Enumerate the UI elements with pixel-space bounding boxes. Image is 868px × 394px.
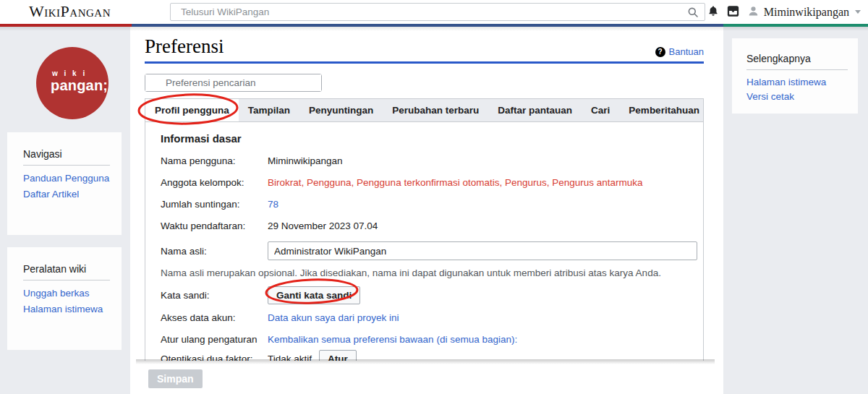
bell-icon[interactable] bbox=[707, 5, 719, 19]
row-anggota-kelompok: Anggota kelompok: Birokrat, Pengguna, Pe… bbox=[161, 176, 703, 189]
panel-bottom-shadow bbox=[136, 359, 715, 364]
notices-tray-icon[interactable] bbox=[727, 5, 739, 20]
registration-value: 29 November 2023 07.04 bbox=[268, 220, 378, 231]
tab-tampilan[interactable]: Tampilan bbox=[239, 99, 299, 121]
section-heading: Informasi dasar bbox=[161, 132, 703, 145]
site-search-input[interactable] bbox=[171, 4, 705, 20]
tab-perubahan-terbaru[interactable]: Perubahan terbaru bbox=[383, 99, 488, 121]
user-menu[interactable]: Miminwikipangan bbox=[747, 5, 861, 20]
page-title: Preferensi bbox=[145, 35, 224, 57]
account-data-link[interactable]: Data akun saya dari proyek ini bbox=[268, 312, 399, 323]
change-password-button[interactable]: Ganti kata sandi bbox=[268, 286, 360, 304]
logo-text-bottom: pangan; bbox=[51, 77, 108, 94]
username-value: Miminwikipangan bbox=[268, 155, 343, 166]
sidebar-section-title: Peralatan wiki bbox=[23, 263, 110, 280]
tab-profil-pengguna[interactable]: Profil pengguna bbox=[145, 99, 239, 121]
brand-stripe bbox=[0, 24, 868, 27]
left-sidebar: w i k i pangan; Navigasi Panduan Penggun… bbox=[0, 27, 130, 394]
row-atur-ulang: Atur ulang pengaturan Kembalikan semua p… bbox=[161, 333, 703, 346]
sidebar-section-peralatan-wiki: Peralatan wiki Unggah berkas Halaman ist… bbox=[7, 247, 122, 350]
preferences-tab-bar: Profil pengguna Tampilan Penyuntingan Pe… bbox=[145, 98, 704, 122]
user-avatar-icon bbox=[747, 5, 760, 20]
main-content: Preferensi ? Bantuan Profil pengguna Tam… bbox=[130, 27, 723, 394]
row-akses-data-akun: Akses data akun: Data akun saya dari pro… bbox=[161, 312, 703, 324]
sidebar-link-daftar-artikel[interactable]: Daftar Artikel bbox=[23, 189, 111, 200]
row-kata-sandi: Kata sandi: Ganti kata sandi bbox=[161, 286, 703, 304]
stripe-red-segment bbox=[0, 24, 132, 27]
username-label: Miminwikipangan bbox=[764, 6, 849, 19]
edit-count-link[interactable]: 78 bbox=[268, 199, 278, 210]
group-links[interactable]: Birokrat, Pengguna, Pengguna terkonfirma… bbox=[268, 177, 643, 188]
real-name-input[interactable] bbox=[268, 241, 697, 260]
row-jumlah-suntingan: Jumlah suntingan: 78 bbox=[161, 198, 703, 210]
row-nama-asli: Nama asli: bbox=[161, 241, 703, 260]
sidebar-link-panduan-pengguna[interactable]: Panduan Pengguna bbox=[23, 173, 111, 184]
stripe-blue-segment bbox=[132, 24, 723, 27]
sidebar-link-unggah-berkas[interactable]: Unggah berkas bbox=[23, 288, 111, 299]
sidebar-section-selengkapnya: Selengkapnya Halaman istimewa Versi ceta… bbox=[732, 38, 858, 114]
help-link[interactable]: ? Bantuan bbox=[655, 46, 704, 57]
tab-cari[interactable]: Cari bbox=[582, 99, 619, 121]
tab-daftar-pantauan[interactable]: Daftar pantauan bbox=[488, 99, 582, 121]
real-name-help-text: Nama asli merupakan opsional. Jika dised… bbox=[161, 267, 696, 278]
sidebar-section-title: Navigasi bbox=[23, 148, 110, 166]
tab-pemberitahuan[interactable]: Pemberitahuan bbox=[619, 99, 709, 121]
top-header: WikiPangan Miminwikipangan bbox=[0, 0, 868, 24]
header-user-area: Miminwikipangan bbox=[707, 0, 861, 24]
sidebar-section-title: Selengkapnya bbox=[746, 53, 848, 70]
row-waktu-pendaftaran: Waktu pendaftaran: 29 November 2023 07.0… bbox=[161, 220, 703, 232]
search-icon[interactable] bbox=[687, 7, 699, 20]
chevron-down-icon bbox=[855, 10, 861, 14]
preferences-search-box[interactable] bbox=[145, 74, 322, 92]
tab-penyuntingan[interactable]: Penyuntingan bbox=[299, 99, 383, 121]
tab-panel-profil-pengguna: Informasi dasar Nama pengguna: Miminwiki… bbox=[145, 122, 704, 361]
row-nama-pengguna: Nama pengguna: Miminwikipangan bbox=[161, 155, 703, 167]
sidebar-section-navigasi: Navigasi Panduan Pengguna Daftar Artikel bbox=[7, 132, 122, 235]
page-title-row: Preferensi ? Bantuan bbox=[145, 35, 704, 64]
save-button[interactable]: Simpan bbox=[148, 369, 203, 388]
right-sidebar: Selengkapnya Halaman istimewa Versi ceta… bbox=[723, 27, 868, 394]
restore-defaults-link[interactable]: Kembalikan semua preferensi bawaan (di s… bbox=[268, 334, 517, 345]
stripe-green-segment bbox=[723, 24, 868, 27]
logo-text-top: w i k i bbox=[52, 69, 87, 77]
site-wordmark[interactable]: WikiPangan bbox=[29, 2, 111, 21]
header-shadow bbox=[0, 27, 868, 31]
help-icon: ? bbox=[655, 47, 665, 57]
site-logo[interactable]: w i k i pangan; bbox=[36, 47, 109, 119]
sidebar-link-halaman-istimewa[interactable]: Halaman istimewa bbox=[23, 304, 111, 314]
preferences-search-input[interactable] bbox=[145, 74, 321, 91]
site-search-box[interactable] bbox=[170, 3, 705, 21]
sidebar-link-versi-cetak[interactable]: Versi cetak bbox=[746, 91, 848, 102]
sidebar-link-halaman-istimewa[interactable]: Halaman istimewa bbox=[746, 77, 848, 87]
